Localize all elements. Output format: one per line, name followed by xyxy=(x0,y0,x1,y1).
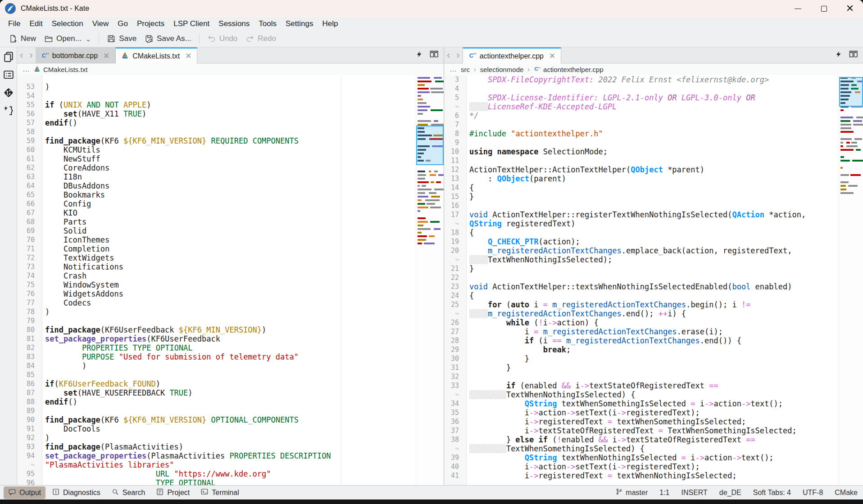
line-number[interactable]: 66 xyxy=(17,199,42,208)
line-number[interactable]: 92 xyxy=(17,433,42,442)
code-row[interactable]: set(HAVE_X11 TRUE) xyxy=(45,109,416,118)
line-number[interactable]: 19 xyxy=(444,237,466,246)
line-number[interactable]: 13 xyxy=(444,174,466,183)
line-number[interactable]: 96 xyxy=(17,478,42,485)
wrap-indicator[interactable]: ↪ xyxy=(444,219,466,228)
status-de-de[interactable]: de_DE xyxy=(719,489,741,497)
code-row[interactable]: Q_CHECK_PTR(action); xyxy=(469,237,839,246)
code-row[interactable] xyxy=(469,156,839,165)
line-number[interactable]: 85 xyxy=(17,370,42,379)
menu-file[interactable]: File xyxy=(4,18,25,30)
code-row[interactable]: set_package_properties(KF6UserFeedback xyxy=(45,334,416,343)
code-row[interactable]: #include "actiontexthelper.h" xyxy=(469,129,839,138)
line-number[interactable]: 18 xyxy=(444,228,466,237)
wrap-indicator[interactable]: ↪ xyxy=(444,255,466,264)
line-number[interactable]: 68 xyxy=(17,217,42,226)
code-row[interactable]: find_package(KF6 ${KF6_MIN_VERSION} REQU… xyxy=(45,136,416,145)
code-row[interactable] xyxy=(45,91,416,100)
code-row[interactable]: TYPE OPTIONAL xyxy=(45,478,416,485)
line-number[interactable]: 79 xyxy=(17,316,42,325)
quick-open-icon[interactable] xyxy=(416,51,422,59)
code-row[interactable]: i->action->setText(i->registeredText); xyxy=(469,408,839,417)
code-row[interactable]: i = m_registeredActionTextChanges.erase(… xyxy=(469,327,839,336)
menu-selection[interactable]: Selection xyxy=(47,18,88,30)
code-row[interactable]: m_registeredActionTextChanges.emplace_ba… xyxy=(469,246,839,255)
line-number-gutter[interactable]: 345↪67891011121314151617↪181920↪21222324… xyxy=(444,75,467,485)
code-row[interactable]: set_package_properties(PlasmaActivities … xyxy=(45,451,416,460)
code-row[interactable]: ) xyxy=(45,307,416,316)
line-number[interactable]: 38 xyxy=(444,435,466,444)
open-button[interactable]: Open...⌄ xyxy=(40,32,95,45)
line-number[interactable]: 55 xyxy=(17,100,42,109)
toolview-output-button[interactable]: Output xyxy=(4,486,45,499)
line-number[interactable]: 22 xyxy=(444,273,466,282)
code-row[interactable]: TextWhenSomethingIsSelected) { xyxy=(469,444,839,453)
code-row[interactable]: ) xyxy=(45,361,416,370)
line-number[interactable]: 80 xyxy=(17,325,42,334)
code-row[interactable]: TextWhenNothingIsSelected) { xyxy=(469,390,839,399)
status-insert[interactable]: INSERT xyxy=(681,489,707,497)
code-row[interactable]: ) xyxy=(45,82,416,91)
line-number[interactable]: 54 xyxy=(17,91,42,100)
menu-help[interactable]: Help xyxy=(318,18,342,30)
menu-sessions[interactable]: Sessions xyxy=(214,18,254,30)
line-number[interactable]: 4 xyxy=(444,84,466,93)
code-row[interactable]: Crash xyxy=(45,271,416,280)
tab-close-icon[interactable]: ✕ xyxy=(103,51,109,61)
code-row[interactable] xyxy=(45,316,416,325)
code-row[interactable]: Parts xyxy=(45,217,416,226)
code-row[interactable]: } xyxy=(469,354,839,363)
code-row[interactable] xyxy=(469,138,839,147)
history-forward-icon[interactable]: › xyxy=(29,50,32,60)
line-number[interactable]: 5 xyxy=(444,93,466,102)
menu-projects[interactable]: Projects xyxy=(132,18,169,30)
menu-view[interactable]: View xyxy=(88,18,114,30)
code-row[interactable]: IconThemes xyxy=(45,235,416,244)
breadcrumb-item-src[interactable]: src xyxy=(461,66,470,73)
code-row[interactable]: Solid xyxy=(45,226,416,235)
menu-tools[interactable]: Tools xyxy=(254,18,281,30)
wrap-indicator[interactable]: ↪ xyxy=(444,102,466,111)
toolview-project-button[interactable]: Project xyxy=(151,486,194,499)
line-number[interactable]: 90 xyxy=(17,415,42,424)
code-row[interactable]: WidgetsAddons xyxy=(45,289,416,298)
minimize-button[interactable] xyxy=(785,0,811,17)
code-row[interactable]: TextWhenNothingIsSelected); xyxy=(469,255,839,264)
line-number[interactable]: 76 xyxy=(17,289,42,298)
minimap-viewport[interactable] xyxy=(416,126,444,165)
code-row[interactable]: KIO xyxy=(45,208,416,217)
code-row[interactable]: CoreAddons xyxy=(45,163,416,172)
line-number[interactable]: 53 xyxy=(17,82,42,91)
line-number[interactable]: 12 xyxy=(444,165,466,174)
line-number[interactable]: 39 xyxy=(444,453,466,462)
line-number[interactable]: 26 xyxy=(444,318,466,327)
code-row[interactable]: */ xyxy=(469,111,839,120)
code-row[interactable]: ActionTextHelper::ActionTextHelper(QObje… xyxy=(469,165,839,174)
line-number[interactable]: 14 xyxy=(444,183,466,192)
line-number[interactable]: 83 xyxy=(17,352,42,361)
line-number[interactable]: 75 xyxy=(17,280,42,289)
code-row[interactable]: Config xyxy=(45,199,416,208)
line-number[interactable]: 28 xyxy=(444,336,466,345)
status-1-1[interactable]: 1:1 xyxy=(659,489,669,497)
code-row[interactable]: set(HAVE_KUSERFEEDBACK TRUE) xyxy=(45,388,416,397)
code-row[interactable] xyxy=(45,370,416,379)
sidebar-git-icon[interactable] xyxy=(3,87,14,99)
line-number[interactable]: 21 xyxy=(444,264,466,273)
code-row[interactable]: : QObject(parent) xyxy=(469,174,839,183)
code-row[interactable]: { xyxy=(469,291,839,300)
line-number[interactable]: 37 xyxy=(444,426,466,435)
status-master[interactable]: master xyxy=(615,488,648,497)
code-row[interactable]: URL "https://www.kde.org" xyxy=(45,469,416,478)
line-number[interactable]: 61 xyxy=(17,154,42,163)
tab-cmakelists-txt[interactable]: CMakeLists.txt✕ xyxy=(115,47,197,63)
line-number[interactable]: 69 xyxy=(17,226,42,235)
line-number[interactable]: 58 xyxy=(17,127,42,136)
code-row[interactable]: QString textWhenSomethingIsSelected = i-… xyxy=(469,399,839,408)
line-number[interactable]: 77 xyxy=(17,298,42,307)
line-number[interactable]: 34 xyxy=(444,399,466,408)
sidebar-documents-icon[interactable] xyxy=(3,51,14,63)
wrap-indicator[interactable]: ↪ xyxy=(444,309,466,318)
split-view-icon[interactable] xyxy=(430,50,438,60)
minimap-scrollbar[interactable] xyxy=(839,75,863,485)
